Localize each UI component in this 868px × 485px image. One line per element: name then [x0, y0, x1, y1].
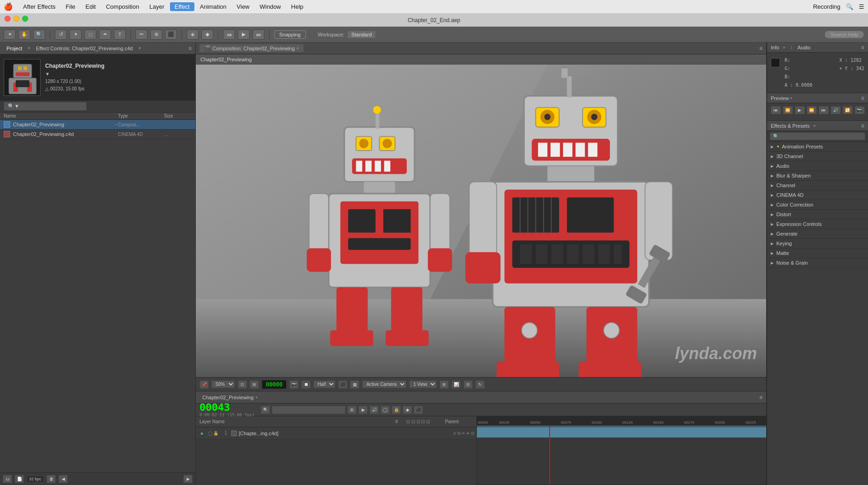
snapping-button[interactable]: Snapping — [274, 30, 306, 39]
minimize-window-button[interactable] — [13, 16, 19, 22]
effects-presets-tab[interactable]: Effects & Presets — [771, 123, 809, 129]
layer-paint-icon[interactable]: ✏ — [462, 431, 465, 436]
effects-tab-close[interactable]: × — [813, 124, 815, 128]
comp-arrow[interactable]: ▼ — [45, 71, 50, 77]
layer-blend-icon[interactable]: ⊡ — [471, 431, 475, 436]
rotation-tool-button[interactable]: ↺ — [55, 30, 67, 40]
preview-tab-close[interactable]: × — [790, 96, 792, 101]
preview-goto-start[interactable]: ⏮ — [771, 106, 781, 114]
roto-tool-button[interactable]: ◈ — [187, 30, 199, 40]
comp-tab-close[interactable]: × — [297, 46, 299, 51]
timeline-timecode[interactable]: 00043 — [199, 402, 254, 413]
tl-switches-button[interactable]: ⬛ — [414, 406, 423, 414]
project-tab[interactable]: Project — [4, 45, 25, 52]
workspace-dropdown[interactable]: Standard — [347, 30, 376, 39]
comp-panel-menu[interactable]: ≡ — [759, 45, 762, 52]
select-tool-button[interactable]: ✦ — [4, 30, 16, 40]
nav-right-button[interactable]: ▶ — [183, 475, 193, 483]
tl-comp-button[interactable]: ⊞ — [347, 406, 357, 414]
list-item[interactable]: Chapter02_Previewing → Composi... — [0, 120, 195, 130]
nav-left-button[interactable]: ◀ — [59, 475, 68, 483]
trash-button[interactable]: 🗑 — [47, 475, 56, 483]
layer-visibility-toggle[interactable]: ● — [198, 430, 206, 437]
layer-solo-icon[interactable]: ⊙ — [453, 431, 457, 436]
menu-view[interactable]: View — [232, 2, 254, 11]
layer-solo[interactable]: ◯ — [208, 431, 212, 436]
tl-audio-button[interactable]: 🔊 — [369, 406, 379, 414]
menu-composition[interactable]: Composition — [101, 2, 144, 11]
puppet-tool-button[interactable]: ✦ — [70, 30, 82, 40]
layer-row[interactable]: ● ◯ 🔓 1 [Chapte...ing.c4d] ⊙ fx ✏ ✒ — [196, 427, 476, 439]
close-window-button[interactable] — [5, 16, 11, 22]
viewer-snap-button[interactable]: 📌 — [199, 380, 209, 389]
quality-select[interactable]: Half — [313, 380, 335, 388]
screen-mode-button[interactable]: ⬛ — [338, 380, 347, 389]
play-skip-fwd-button[interactable]: ⏭ — [252, 30, 264, 40]
toggle-pixels-button[interactable]: ⊞ — [440, 380, 449, 389]
new-folder-button[interactable]: 🗂 — [3, 475, 12, 483]
menu-file[interactable]: File — [61, 2, 80, 11]
tl-lock-button[interactable]: 🔒 — [392, 406, 401, 414]
timecode-display[interactable]: 00000 — [262, 380, 287, 389]
layer-pen-icon[interactable]: ✒ — [466, 431, 470, 436]
preview-tab[interactable]: Preview — [771, 95, 789, 101]
fit-view-button[interactable]: ⊡ — [238, 380, 247, 389]
category-3d-channel[interactable]: ▶ 3D Channel — [767, 152, 868, 161]
play-skip-back-button[interactable]: ⏮ — [223, 30, 235, 40]
maximize-window-button[interactable] — [22, 16, 28, 22]
hand-tool-button[interactable]: ✋ — [18, 30, 30, 40]
menu-help[interactable]: Help — [287, 2, 308, 11]
composition-viewer[interactable]: lynda.com — [196, 65, 766, 377]
list-item[interactable]: Chapter02_Previewing.c4d CINEMA 4D ... — [0, 130, 195, 139]
layer-lock[interactable]: 🔓 — [213, 431, 218, 436]
timeline-tracks[interactable] — [477, 426, 766, 484]
info-tab[interactable]: Info — [771, 45, 779, 50]
category-cinema4d[interactable]: ▶ CINEMA 4D — [767, 190, 868, 200]
view-options-button[interactable]: 📊 — [452, 380, 461, 389]
info-panel-menu[interactable]: ≡ — [861, 44, 864, 51]
show-snapshot-button[interactable]: 🔲 — [301, 380, 311, 389]
zoom-tool-button[interactable]: 🔍 — [33, 30, 45, 40]
category-color-correction[interactable]: ▶ Color Correction — [767, 200, 868, 210]
play-button[interactable]: ▶ — [238, 30, 250, 40]
menu-icon[interactable]: ☰ — [859, 3, 864, 10]
zoom-select[interactable]: 50% — [211, 380, 235, 388]
preview-play[interactable]: ▶ — [795, 106, 805, 114]
menu-after-effects[interactable]: After Effects — [18, 2, 60, 11]
tl-solo-button[interactable]: ◯ — [381, 406, 390, 414]
eraser-tool-button[interactable]: ⬛ — [165, 30, 177, 40]
project-tab-close[interactable]: × — [28, 46, 30, 51]
composition-tab[interactable]: 🎬 Composition: Chapter02_Previewing × — [199, 44, 304, 52]
timeline-panel-menu[interactable]: ≡ — [759, 394, 762, 401]
preview-loop[interactable]: 🔁 — [843, 106, 853, 114]
toggle-guides-button[interactable]: ⊟ — [463, 380, 473, 389]
safe-zones-button[interactable]: ⊞ — [250, 380, 259, 389]
category-audio[interactable]: ▶ Audio — [767, 161, 868, 171]
menu-layer[interactable]: Layer — [145, 2, 169, 11]
category-generate[interactable]: ▶ Generate — [767, 229, 868, 239]
category-keying[interactable]: ▶ Keying — [767, 239, 868, 248]
track-bar-1[interactable] — [477, 427, 766, 438]
reset-view-button[interactable]: ↻ — [475, 380, 485, 389]
tl-render-button[interactable]: ▶ — [358, 406, 368, 414]
toggle-transparency-button[interactable]: ▦ — [350, 380, 359, 389]
project-search-input[interactable]: 🔍▼ — [4, 102, 87, 111]
timeline-search-input[interactable] — [272, 406, 346, 414]
menu-animation[interactable]: Animation — [195, 2, 231, 11]
menu-window[interactable]: Window — [255, 2, 286, 11]
tl-markers-button[interactable]: ◆ — [403, 406, 412, 414]
category-distort[interactable]: ▶ Distort — [767, 210, 868, 219]
menu-edit[interactable]: Edit — [81, 2, 100, 11]
search-help-input[interactable]: Search Help — [824, 30, 864, 39]
category-matte[interactable]: ▶ Matte — [767, 248, 868, 258]
new-comp-button[interactable]: 📄 — [15, 475, 24, 483]
info-tab-close[interactable]: × — [783, 45, 785, 50]
timeline-tab[interactable]: Chapter02_Previewing × — [199, 394, 261, 401]
puppet2-tool-button[interactable]: ◆ — [201, 30, 213, 40]
playhead[interactable] — [549, 426, 550, 484]
paint-tool-button[interactable]: ✏ — [135, 30, 147, 40]
category-noise-grain[interactable]: ▶ Noise & Grain — [767, 258, 868, 268]
category-animation-presets[interactable]: ▶ ✦ Animation Presets — [767, 142, 868, 152]
preview-goto-end[interactable]: ⏭ — [819, 106, 829, 114]
audio-tab[interactable]: Audio — [798, 45, 810, 50]
